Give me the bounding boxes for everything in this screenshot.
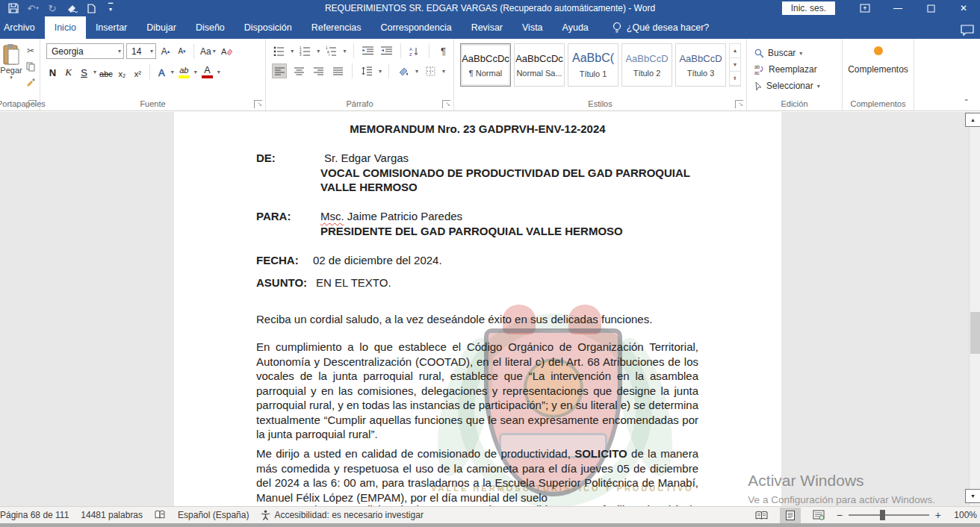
close-button[interactable]: ✕ <box>947 0 980 16</box>
subscript-button[interactable]: x₂ <box>116 65 128 79</box>
strikethrough-button[interactable]: abc <box>99 65 113 79</box>
shading-icon[interactable] <box>396 63 411 78</box>
line-spacing-caret[interactable]: ▾ <box>379 68 382 75</box>
fuente-dialog-launcher[interactable]: ↘ <box>254 100 262 108</box>
font-color-button[interactable]: A <box>200 65 214 79</box>
tab-revisar[interactable]: Revisar <box>462 16 512 39</box>
customize-qat-icon[interactable]: ▔▾ <box>105 2 117 14</box>
multilevel-list-icon[interactable]: 1ai <box>324 43 338 58</box>
styles-gallery-more-icon[interactable]: ⇟ <box>730 72 740 86</box>
sign-in-button[interactable]: Inic. ses. <box>782 1 835 15</box>
ribbon-display-options-icon[interactable] <box>849 0 881 16</box>
zoom-in-button[interactable]: + <box>935 509 941 521</box>
cut-icon[interactable]: ✂ <box>24 45 37 57</box>
multilevel-caret[interactable]: ▾ <box>344 48 347 54</box>
highlight-button[interactable]: ab <box>177 65 191 79</box>
decrease-indent-icon[interactable] <box>360 43 374 58</box>
maximize-button[interactable] <box>914 0 947 16</box>
portapapeles-dialog-launcher[interactable]: ↘ <box>28 100 37 108</box>
collapse-ribbon-icon[interactable]: ⌃ <box>964 98 970 106</box>
tab-inicio[interactable]: Inicio <box>45 16 86 39</box>
underline-button[interactable]: S <box>78 65 90 79</box>
tab-insertar[interactable]: Insertar <box>86 16 137 39</box>
tab-correspondencia[interactable]: Correspondencia <box>370 16 461 39</box>
scroll-down-icon[interactable]: ▼ <box>965 489 980 503</box>
numbering-caret[interactable]: ▾ <box>317 48 320 54</box>
tab-diseno[interactable]: Diseño <box>186 16 235 39</box>
tab-ayuda[interactable]: Ayuda <box>553 16 598 39</box>
paste-dropdown-caret[interactable]: ▾ <box>10 75 13 81</box>
align-left-icon[interactable] <box>272 63 287 78</box>
italic-button[interactable]: K <box>62 65 75 79</box>
sort-icon[interactable]: AZ <box>408 43 422 58</box>
numbering-icon[interactable]: 123 <box>298 43 312 58</box>
bullets-icon[interactable] <box>272 43 286 58</box>
scroll-up-icon[interactable]: ▲ <box>965 113 980 127</box>
accessibility-status[interactable]: Accesibilidad: es necesario investigar <box>261 510 423 520</box>
select-button[interactable]: Seleccionar▾ <box>754 78 839 94</box>
underline-caret[interactable]: ▾ <box>93 69 96 75</box>
show-marks-icon[interactable]: ¶ <box>436 43 450 58</box>
feedback-icon[interactable] <box>961 25 974 36</box>
language-indicator[interactable]: Español (España) <box>178 510 249 520</box>
shrink-font-button[interactable]: A▾ <box>175 43 189 59</box>
shading-caret[interactable]: ▾ <box>415 68 418 75</box>
font-name-select[interactable]: Georgia▾ <box>46 43 124 59</box>
ink-eraser-icon[interactable] <box>66 2 78 14</box>
bullets-caret[interactable]: ▾ <box>291 48 294 54</box>
save-icon[interactable] <box>7 2 19 14</box>
style-titulo1[interactable]: AaBbC( Título 1 <box>568 43 618 87</box>
styles-scroll-up-icon[interactable]: ▲ <box>730 44 740 58</box>
undo-icon[interactable]: ↶▾ <box>27 2 39 14</box>
tab-vista[interactable]: Vista <box>512 16 553 39</box>
line-spacing-icon[interactable] <box>359 63 374 78</box>
copy-icon[interactable] <box>24 60 37 72</box>
scrollbar-thumb[interactable] <box>970 312 980 354</box>
bold-button[interactable]: N <box>46 65 59 79</box>
minimize-button[interactable]: — <box>881 0 914 16</box>
read-mode-icon[interactable] <box>751 508 772 523</box>
tab-dibujar[interactable]: Dibujar <box>137 16 186 39</box>
vertical-scrollbar[interactable]: ▲ ▼ <box>969 112 980 506</box>
clear-formatting-icon[interactable]: A <box>220 43 235 59</box>
increase-indent-icon[interactable] <box>379 43 394 58</box>
style-titulo3[interactable]: AaBbCcD Título 3 <box>675 43 726 87</box>
style-titulo2[interactable]: AaBbCcD Título 2 <box>621 43 672 87</box>
style-normal[interactable]: AaBbCcDc ¶ Normal <box>460 43 511 87</box>
group-complementos[interactable]: Complementos Complementos <box>843 39 914 110</box>
borders-icon[interactable] <box>423 63 438 78</box>
styles-scroll-down-icon[interactable]: ▼ <box>730 58 740 72</box>
replace-button[interactable]: abac Reemplazar <box>754 61 839 78</box>
page-indicator[interactable]: Página 68 de 111 <box>0 510 69 520</box>
tell-me-search[interactable]: ¿Qué desea hacer? <box>612 16 710 39</box>
redo-icon[interactable]: ↻ <box>46 2 58 14</box>
zoom-out-button[interactable]: − <box>837 509 843 521</box>
document-page[interactable]: VALLE HERMOSO TURISTICO Y PRODUCTIVO MEM… <box>174 112 781 506</box>
estilos-dialog-launcher[interactable]: ↘ <box>735 100 743 108</box>
highlight-caret[interactable]: ▾ <box>194 69 197 75</box>
tab-archivo[interactable]: Archivo <box>0 16 45 39</box>
change-case-button[interactable]: Aa▾ <box>199 43 217 59</box>
web-layout-icon[interactable] <box>808 508 829 523</box>
tab-referencias[interactable]: Referencias <box>302 16 371 39</box>
font-color-caret[interactable]: ▾ <box>217 69 220 75</box>
font-size-select[interactable]: 14▾ <box>126 43 156 59</box>
superscript-button[interactable]: x² <box>131 65 144 79</box>
new-document-icon[interactable] <box>85 2 97 14</box>
text-effects-caret[interactable]: ▾ <box>171 69 174 75</box>
zoom-slider[interactable] <box>849 514 929 516</box>
find-button[interactable]: Buscar▾ <box>754 45 839 61</box>
proofing-icon[interactable] <box>155 510 166 520</box>
style-normal-sa[interactable]: AaBbCcDc Normal Sa... <box>514 43 565 87</box>
format-painter-icon[interactable] <box>24 76 37 88</box>
tab-disposicion[interactable]: Disposición <box>235 16 302 39</box>
justify-icon[interactable] <box>330 63 345 78</box>
word-count[interactable]: 14481 palabras <box>81 510 143 520</box>
borders-caret[interactable]: ▾ <box>442 68 445 75</box>
grow-font-button[interactable]: A▴ <box>158 43 173 59</box>
align-right-icon[interactable] <box>311 63 326 78</box>
zoom-slider-thumb[interactable] <box>880 510 885 520</box>
zoom-percentage[interactable]: 100% <box>949 510 977 520</box>
print-layout-icon[interactable] <box>780 508 801 523</box>
text-effects-button[interactable]: A <box>155 65 168 79</box>
